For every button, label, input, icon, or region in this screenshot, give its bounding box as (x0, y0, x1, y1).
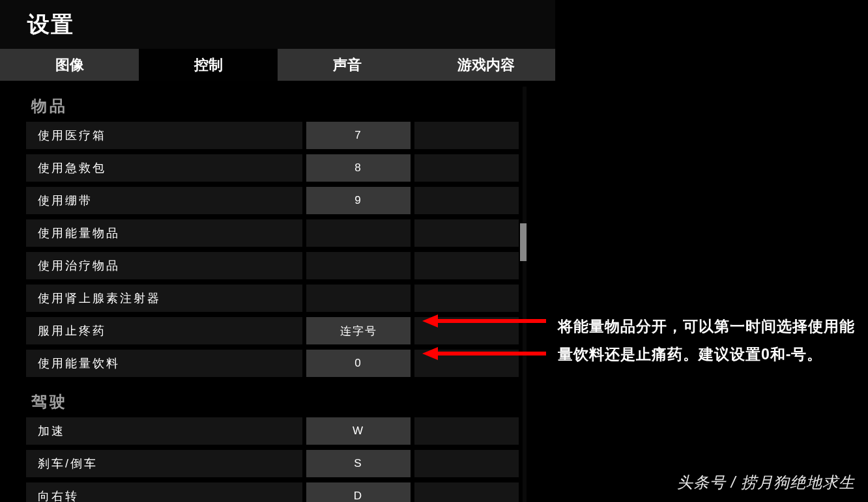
keyslot-primary[interactable]: S (306, 450, 411, 477)
settings-content: 物品使用医疗箱7使用急救包8使用绷带9使用能量物品使用治疗物品使用肾上腺素注射器… (26, 87, 527, 502)
binding-label: 使用能量物品 (26, 219, 302, 247)
keyslot-secondary[interactable] (414, 482, 519, 502)
binding-row: 使用急救包8 (26, 154, 527, 182)
binding-row: 刹车/倒车S (26, 450, 527, 477)
keyslot-primary[interactable]: 7 (306, 122, 411, 149)
keyslot-secondary[interactable] (414, 450, 519, 477)
keyslot-primary[interactable]: W (306, 417, 411, 445)
annotation-arrow-2 (422, 350, 546, 357)
keyslot-primary[interactable] (306, 285, 411, 312)
binding-row: 使用肾上腺素注射器 (26, 285, 527, 312)
binding-label: 使用急救包 (26, 154, 302, 182)
tab-1[interactable]: 控制 (139, 49, 278, 81)
binding-label: 服用止疼药 (26, 317, 302, 344)
settings-header: 设置 (0, 0, 555, 49)
scrollbar-track[interactable] (523, 87, 527, 502)
keyslot-secondary[interactable] (414, 417, 519, 445)
binding-label: 使用肾上腺素注射器 (26, 285, 302, 312)
keyslot-primary[interactable] (306, 219, 411, 247)
keyslot-secondary[interactable] (414, 285, 519, 312)
binding-label: 使用能量饮料 (26, 350, 302, 377)
section-title-1: 驾驶 (26, 382, 527, 417)
watermark: 头条号 / 捞月狗绝地求生 (677, 472, 855, 493)
tabs-row: 图像控制声音游戏内容 (0, 49, 555, 81)
keyslot-secondary[interactable] (414, 154, 519, 182)
keyslot-secondary[interactable] (414, 122, 519, 149)
keyslot-secondary[interactable] (414, 252, 519, 279)
keyslot-primary[interactable]: D (306, 482, 411, 502)
tab-3[interactable]: 游戏内容 (416, 49, 555, 81)
keyslot-primary[interactable]: 连字号 (306, 317, 411, 344)
keyslot-primary[interactable]: 8 (306, 154, 411, 182)
binding-row: 向右转D (26, 482, 527, 502)
binding-label: 使用医疗箱 (26, 122, 302, 149)
binding-label: 使用绷带 (26, 187, 302, 214)
binding-row: 使用能量物品 (26, 219, 527, 247)
binding-label: 向右转 (26, 482, 302, 502)
binding-label: 加速 (26, 417, 302, 445)
tab-2[interactable]: 声音 (278, 49, 416, 81)
binding-row: 加速W (26, 417, 527, 445)
scrollbar-thumb[interactable] (520, 223, 527, 261)
keyslot-primary[interactable] (306, 252, 411, 279)
page-title: 设置 (27, 10, 74, 40)
annotation-text: 将能量物品分开，可以第一时间选择使用能量饮料还是止痛药。建议设置0和-号。 (558, 313, 858, 368)
binding-label: 使用治疗物品 (26, 252, 302, 279)
keyslot-primary[interactable]: 0 (306, 350, 411, 377)
annotation-arrow-1 (422, 318, 546, 324)
keyslot-primary[interactable]: 9 (306, 187, 411, 214)
binding-label: 刹车/倒车 (26, 450, 302, 477)
binding-row: 使用治疗物品 (26, 252, 527, 279)
binding-row: 使用绷带9 (26, 187, 527, 214)
keyslot-secondary[interactable] (414, 219, 519, 247)
binding-row: 使用医疗箱7 (26, 122, 527, 149)
tab-0[interactable]: 图像 (0, 49, 139, 81)
section-title-0: 物品 (26, 87, 527, 122)
keyslot-secondary[interactable] (414, 187, 519, 214)
